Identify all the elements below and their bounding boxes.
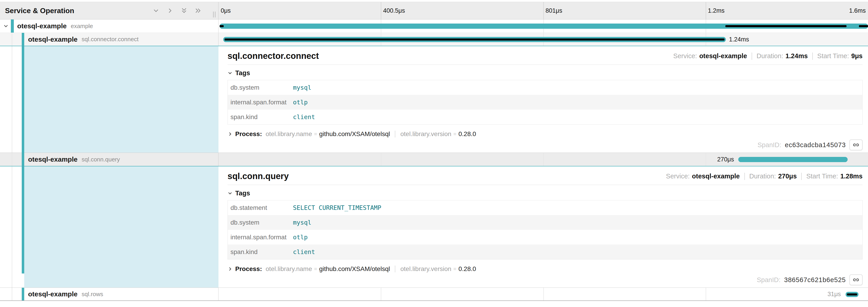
span-detail-sql-conn-query: sql.conn.query Service: otesql-example D… <box>0 166 868 288</box>
detail-meta: Service: otesql-example Duration: 1.24ms… <box>673 52 863 60</box>
equals-sign: = <box>314 131 317 137</box>
tick-label: 0μs <box>221 7 231 14</box>
operation-name: example <box>71 23 93 30</box>
duration-label: Duration: <box>749 173 776 180</box>
detail-title: sql.connector.connect <box>227 51 319 61</box>
equals-sign: = <box>314 266 317 272</box>
detail-card: sql.conn.query Service: otesql-example D… <box>218 166 868 287</box>
trace-timeline-view: Service & Operation 0μs <box>0 0 868 307</box>
operation-name: sql.rows <box>82 291 103 298</box>
tags-section-toggle[interactable]: Tags <box>227 69 250 77</box>
service-name: otesql-example <box>28 35 78 43</box>
critical-path-segment <box>220 25 224 27</box>
tag-row: db.system mysql <box>228 80 862 95</box>
span-bar[interactable] <box>738 157 848 162</box>
meta-divider <box>801 173 802 180</box>
deep-link-button[interactable] <box>849 140 863 150</box>
tick-label: 1.6ms <box>849 7 866 14</box>
critical-path-segment <box>859 25 868 27</box>
tags-label: Tags <box>235 189 250 197</box>
process-key: otel.library.name <box>266 265 312 273</box>
tag-key: span.kind <box>228 248 293 255</box>
span-id-row: SpanID: 386567c621b6e525 <box>757 274 863 285</box>
span-timeline-cell[interactable]: 1.24ms <box>218 33 868 46</box>
service-operation-title: Service & Operation <box>0 6 74 15</box>
bottom-whitespace <box>0 301 868 307</box>
collapse-chevron-icon[interactable] <box>3 23 9 29</box>
span-duration-label: 31μs <box>828 291 841 298</box>
tag-key: span.kind <box>228 114 293 121</box>
span-row-example[interactable]: otesql-example example <box>0 20 868 33</box>
critical-path-segment <box>225 38 724 40</box>
span-row-sql-conn-query[interactable]: otesql-example sql.conn.query 270μs <box>0 153 868 166</box>
span-name-cell[interactable]: otesql-example sql.conn.query <box>0 153 218 166</box>
span-name-cell[interactable]: otesql-example sql.connector.connect <box>0 33 218 46</box>
process-key: otel.library.version <box>400 265 451 273</box>
tag-value: mysql <box>293 219 311 226</box>
tag-row: span.kind client <box>228 245 862 259</box>
tick-gridline <box>544 2 544 19</box>
indent-guide <box>12 288 12 301</box>
gridline <box>544 153 544 166</box>
gridline <box>381 153 381 166</box>
service-label: Service: <box>666 173 690 180</box>
chevron-down-icon[interactable] <box>152 7 160 14</box>
gridline <box>706 288 706 301</box>
tag-value: mysql <box>293 84 311 91</box>
double-chevron-right-icon[interactable] <box>194 7 202 14</box>
process-value: github.com/XSAM/otelsql <box>319 130 390 137</box>
start-time-label: Start Time: <box>817 52 849 60</box>
process-value: 0.28.0 <box>459 130 476 137</box>
chevron-right-icon[interactable] <box>166 7 174 14</box>
tick-label: 400.5μs <box>383 7 405 14</box>
service-name: otesql-example <box>28 290 78 298</box>
detail-highlight-fill <box>24 166 218 287</box>
divider <box>227 185 863 185</box>
tags-table: db.system mysql internal.span.format otl… <box>227 80 863 125</box>
tick-label: 801μs <box>546 7 562 14</box>
span-timeline-cell[interactable]: 270μs <box>218 153 868 166</box>
timeline-ticks: 0μs 400.5μs 801μs 1.2ms 1.6ms <box>218 2 868 19</box>
span-id-label: SpanID: <box>757 141 781 149</box>
process-section-toggle[interactable]: Process: otel.library.name = github.com/… <box>227 265 476 273</box>
service-value: otesql-example <box>692 173 740 180</box>
span-detail-sql-connector-connect: sql.connector.connect Service: otesql-ex… <box>0 46 868 153</box>
gridline <box>381 288 381 301</box>
collapse-controls <box>152 2 202 19</box>
link-icon <box>852 276 860 283</box>
service-value: otesql-example <box>699 52 747 60</box>
span-timeline-cell[interactable] <box>218 20 868 33</box>
process-key: otel.library.version <box>400 130 451 137</box>
service-color-bar <box>22 166 24 274</box>
span-duration-label: 1.24ms <box>729 36 749 43</box>
operation-name: sql.connector.connect <box>82 36 138 43</box>
start-time-label: Start Time: <box>806 173 838 180</box>
span-row-sql-rows[interactable]: otesql-example sql.rows 31μs <box>0 288 868 301</box>
service-color-bar <box>22 153 24 166</box>
service-color-bar <box>22 46 24 153</box>
service-color-bar <box>22 288 24 301</box>
span-id-label: SpanID: <box>757 276 781 284</box>
gridline <box>706 153 706 166</box>
span-name-cell[interactable]: otesql-example example <box>0 20 218 33</box>
span-duration-label: 270μs <box>717 156 734 163</box>
detail-indent-cell <box>0 166 218 287</box>
critical-path-segment <box>847 294 857 296</box>
detail-meta: Service: otesql-example Duration: 270μs … <box>666 173 863 180</box>
span-name-cell[interactable]: otesql-example sql.rows <box>0 288 218 301</box>
top-strip <box>0 0 868 2</box>
meta-divider <box>752 53 752 60</box>
detail-card: sql.connector.connect Service: otesql-ex… <box>218 46 868 153</box>
span-row-sql-connector-connect[interactable]: otesql-example sql.connector.connect 1.2… <box>0 33 868 46</box>
double-chevron-down-icon[interactable] <box>180 7 188 14</box>
indent-guide <box>12 46 12 153</box>
tags-section-toggle[interactable]: Tags <box>227 189 250 197</box>
span-timeline-cell[interactable]: 31μs <box>218 288 868 301</box>
tag-key: internal.span.format <box>228 99 293 106</box>
column-resize-handle[interactable] <box>213 11 216 18</box>
tag-value: client <box>293 248 315 255</box>
process-section-toggle[interactable]: Process: otel.library.name = github.com/… <box>227 130 476 137</box>
deep-link-button[interactable] <box>849 274 863 285</box>
meta-divider <box>744 173 745 180</box>
duration-value: 270μs <box>778 173 797 180</box>
